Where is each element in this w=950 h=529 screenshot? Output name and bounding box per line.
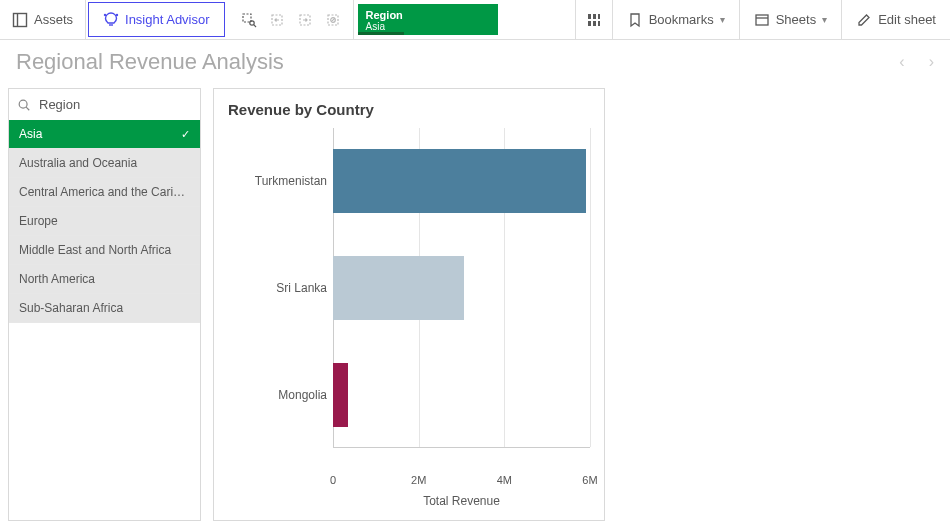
svg-line-22 <box>26 107 29 110</box>
bookmarks-label: Bookmarks <box>649 12 714 27</box>
filter-field-label: Region <box>39 97 80 112</box>
filter-item-label: Sub-Saharan Africa <box>19 301 123 315</box>
filter-item-label: North America <box>19 272 95 286</box>
x-tick-label: 0 <box>330 474 336 486</box>
selections-tool-button[interactable] <box>575 0 612 39</box>
filter-item[interactable]: Europe <box>9 207 200 236</box>
svg-point-3 <box>117 14 118 15</box>
y-axis-labels: TurkmenistanSri LankaMongolia <box>228 128 333 448</box>
check-icon: ✓ <box>181 128 190 141</box>
selection-tools <box>229 0 354 39</box>
svg-rect-19 <box>756 15 768 25</box>
svg-point-4 <box>105 14 106 15</box>
svg-line-12 <box>331 18 334 21</box>
filter-item-label: Australia and Oceania <box>19 156 137 170</box>
filter-item-label: Central America and the Cari… <box>19 185 185 199</box>
x-axis-label: Total Revenue <box>333 494 590 508</box>
selections-grid-icon <box>586 12 602 28</box>
gridline <box>590 128 591 447</box>
chevron-down-icon: ▾ <box>822 14 827 25</box>
bar[interactable] <box>333 363 348 427</box>
selection-tag-value: Asia <box>366 21 490 33</box>
assets-button[interactable]: Assets <box>0 0 86 39</box>
toolbar-left: Assets Insight Advisor <box>0 0 498 39</box>
x-tick-label: 4M <box>497 474 512 486</box>
step-back-icon[interactable] <box>263 0 291 40</box>
filter-item-label: Europe <box>19 214 58 228</box>
next-sheet-button[interactable]: › <box>929 53 934 71</box>
insight-icon <box>103 12 119 28</box>
filter-item-label: Middle East and North Africa <box>19 243 171 257</box>
assets-label: Assets <box>34 12 73 27</box>
svg-rect-0 <box>14 13 27 26</box>
assets-icon <box>12 12 28 28</box>
filter-item-label: Asia <box>19 127 42 141</box>
sheets-button[interactable]: Sheets ▾ <box>739 0 841 39</box>
filter-item[interactable]: Asia✓ <box>9 120 200 149</box>
workspace: Region Asia✓Australia and OceaniaCentral… <box>0 84 950 529</box>
svg-rect-5 <box>243 14 251 22</box>
insight-advisor-label: Insight Advisor <box>125 12 210 27</box>
toolbar-right: Bookmarks ▾ Sheets ▾ Edit sheet <box>575 0 950 39</box>
sheets-label: Sheets <box>776 12 816 27</box>
edit-sheet-button[interactable]: Edit sheet <box>841 0 950 39</box>
search-icon <box>17 98 31 112</box>
svg-rect-14 <box>593 14 596 19</box>
sheet-nav-arrows: ‹ › <box>899 53 934 71</box>
bar[interactable] <box>333 149 586 213</box>
y-tick-label: Mongolia <box>278 388 327 402</box>
filter-item[interactable]: Middle East and North Africa <box>9 236 200 265</box>
svg-rect-17 <box>593 21 596 26</box>
x-axis-ticks: 02M4M6M <box>333 474 590 490</box>
filter-item[interactable]: Central America and the Cari… <box>9 178 200 207</box>
bars-grid <box>333 128 590 448</box>
smart-search-icon[interactable] <box>235 0 263 40</box>
y-tick-label: Turkmenistan <box>255 174 327 188</box>
svg-rect-15 <box>598 14 600 19</box>
toolbar-spacer <box>498 0 575 39</box>
page-title: Regional Revenue Analysis <box>16 49 284 75</box>
selection-tag-region[interactable]: Region Asia <box>358 4 498 35</box>
plot-area: TurkmenistanSri LankaMongolia <box>228 128 590 470</box>
chevron-down-icon: ▾ <box>720 14 725 25</box>
svg-line-7 <box>253 24 255 26</box>
selection-tag-underline <box>358 32 404 35</box>
svg-rect-18 <box>598 21 600 26</box>
titlebar: Regional Revenue Analysis ‹ › <box>0 40 950 84</box>
selection-tag-title: Region <box>366 9 490 21</box>
bookmark-icon <box>627 12 643 28</box>
prev-sheet-button[interactable]: ‹ <box>899 53 904 71</box>
svg-rect-13 <box>588 14 591 19</box>
bookmarks-button[interactable]: Bookmarks ▾ <box>612 0 739 39</box>
y-tick-label: Sri Lanka <box>276 281 327 295</box>
filter-header[interactable]: Region <box>9 89 200 120</box>
bar[interactable] <box>333 256 464 320</box>
filter-item[interactable]: North America <box>9 265 200 294</box>
filter-pane[interactable]: Region Asia✓Australia and OceaniaCentral… <box>8 88 201 521</box>
insight-advisor-button[interactable]: Insight Advisor <box>88 2 225 37</box>
x-tick-label: 2M <box>411 474 426 486</box>
chart-plot: TurkmenistanSri LankaMongolia 02M4M6M To… <box>228 128 590 508</box>
filter-item[interactable]: Australia and Oceania <box>9 149 200 178</box>
step-forward-icon[interactable] <box>291 0 319 40</box>
edit-sheet-label: Edit sheet <box>878 12 936 27</box>
svg-point-21 <box>19 100 27 108</box>
filter-list: Asia✓Australia and OceaniaCentral Americ… <box>9 120 200 323</box>
clear-selections-icon[interactable] <box>319 0 347 40</box>
x-tick-label: 6M <box>582 474 597 486</box>
svg-point-6 <box>249 20 253 24</box>
svg-rect-16 <box>588 21 591 26</box>
chart-title: Revenue by Country <box>228 101 590 118</box>
edit-icon <box>856 12 872 28</box>
chart-card[interactable]: Revenue by Country TurkmenistanSri Lanka… <box>213 88 605 521</box>
filter-item[interactable]: Sub-Saharan Africa <box>9 294 200 323</box>
toolbar: Assets Insight Advisor <box>0 0 950 40</box>
sheets-icon <box>754 12 770 28</box>
